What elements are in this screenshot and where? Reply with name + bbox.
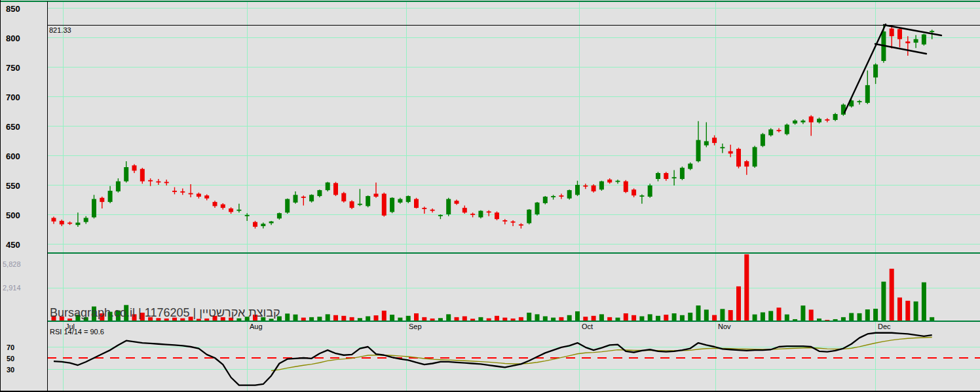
rsi-line xyxy=(54,333,932,385)
month-axis-label: Nov xyxy=(718,323,731,330)
volume-bar xyxy=(285,313,290,321)
volume-bar xyxy=(350,317,354,321)
volume-bar xyxy=(720,309,725,321)
watermark-title: Bursagraph.co.il | 1176205 | קבוצת אקרשט… xyxy=(50,307,280,319)
candle-body xyxy=(890,29,894,37)
volume-bar xyxy=(801,305,805,321)
volume-bar xyxy=(422,317,426,321)
rsi-indicator-label: RSI 14/14 = 90.6 xyxy=(50,328,104,336)
candle-body xyxy=(245,215,250,216)
candle-body xyxy=(92,199,96,218)
volume-bar xyxy=(624,313,628,321)
volume-bar xyxy=(616,318,620,321)
volume-bar xyxy=(930,317,934,321)
volume-bar xyxy=(825,320,829,321)
volume-bar xyxy=(358,318,362,321)
candle-body xyxy=(825,119,829,121)
volume-bar xyxy=(317,317,322,321)
candle-body xyxy=(809,117,814,123)
candle-body xyxy=(696,140,701,161)
volume-bar xyxy=(519,317,523,321)
candle-body xyxy=(833,114,838,120)
candle-body xyxy=(197,194,201,197)
candle-body xyxy=(75,223,80,225)
candle-body xyxy=(108,191,113,202)
candle-body xyxy=(648,186,652,197)
candle-body xyxy=(124,167,128,182)
candle-body xyxy=(236,210,241,211)
candle-body xyxy=(720,147,725,148)
volume-bar xyxy=(857,313,862,321)
volume-bar xyxy=(599,314,604,321)
volume-bar xyxy=(712,315,717,321)
month-axis-label: Sep xyxy=(409,323,422,330)
candle-body xyxy=(100,198,104,202)
volume-bar xyxy=(753,315,757,321)
volume-bar xyxy=(761,312,765,321)
price-axis-label: 600 xyxy=(6,152,20,161)
price-axis-label: 500 xyxy=(6,211,20,220)
volume-bar xyxy=(583,317,588,321)
volume-bar xyxy=(309,317,314,321)
candle-body xyxy=(164,182,169,184)
volume-bar xyxy=(301,318,306,321)
volume-bar xyxy=(704,309,709,321)
candle-body xyxy=(398,199,402,203)
volume-bar xyxy=(865,309,870,321)
volume-bar xyxy=(543,316,548,321)
candle-body xyxy=(559,195,563,197)
candle-body xyxy=(712,138,717,143)
month-axis-label: Jul xyxy=(66,323,75,330)
candle-body xyxy=(52,218,56,221)
rsi-axis-label: 50 xyxy=(7,355,14,363)
volume-bar xyxy=(890,269,894,321)
candle-body xyxy=(317,190,322,196)
candle-body xyxy=(446,199,451,214)
candle-body xyxy=(60,221,64,224)
volume-bar xyxy=(793,319,797,321)
volume-bar xyxy=(639,316,644,321)
candle-body xyxy=(350,201,354,208)
volume-bar xyxy=(326,314,330,321)
candle-body xyxy=(229,208,233,212)
price-axis-label: 450 xyxy=(6,241,20,249)
price-axis-label: 650 xyxy=(6,123,20,131)
candle-body xyxy=(905,41,910,43)
candle-body xyxy=(599,182,604,190)
candle-body xyxy=(777,130,782,131)
volume-bar xyxy=(817,319,821,321)
candle-body xyxy=(333,183,338,195)
volume-bar xyxy=(631,315,636,321)
candle-body xyxy=(269,222,274,224)
candle-body xyxy=(672,177,677,178)
volume-bar xyxy=(455,317,459,321)
volume-axis-label: 2,914 xyxy=(3,284,21,292)
volume-bar xyxy=(551,318,556,321)
candle-body xyxy=(873,64,878,77)
volume-bar xyxy=(849,313,854,321)
volume-bar xyxy=(470,319,475,321)
candle-body xyxy=(406,196,411,202)
volume-bar xyxy=(511,319,516,321)
candle-body xyxy=(358,204,362,205)
candle-body xyxy=(478,211,483,218)
volume-bar xyxy=(478,317,483,321)
volume-bar xyxy=(768,311,773,321)
volume-bar xyxy=(430,319,435,321)
chart-canvas xyxy=(0,0,980,392)
candle-body xyxy=(156,182,160,183)
candle-body xyxy=(277,213,282,218)
volume-bar xyxy=(527,313,531,321)
candle-body xyxy=(616,181,620,182)
volume-bar xyxy=(462,316,467,321)
candle-body xyxy=(511,222,516,223)
volume-bar xyxy=(366,316,370,321)
candle-body xyxy=(543,197,548,203)
candle-body xyxy=(688,164,692,169)
volume-bar xyxy=(398,318,402,321)
volume-bar xyxy=(341,316,346,321)
candle-body xyxy=(148,180,153,182)
candle-body xyxy=(422,208,426,209)
volume-bar xyxy=(487,319,491,321)
candle-body xyxy=(301,197,306,198)
